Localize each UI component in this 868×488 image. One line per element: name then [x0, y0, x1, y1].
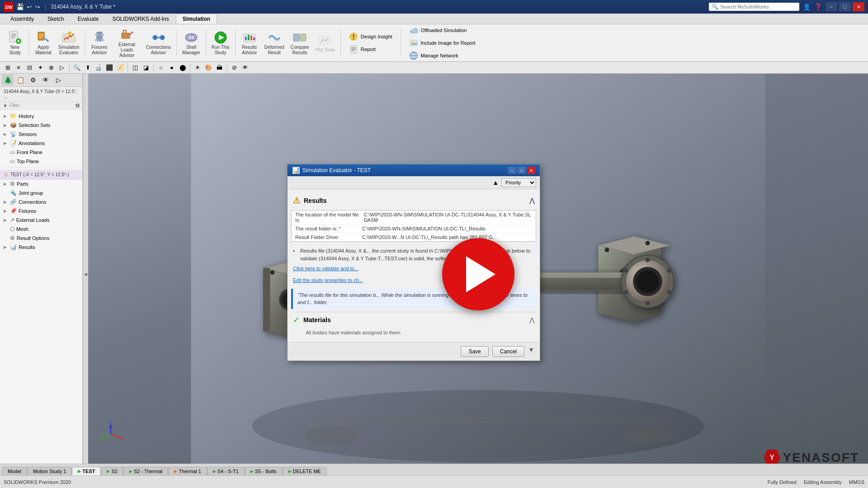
tab-test[interactable]: ▶ TEST	[72, 467, 101, 475]
run-this-study-button[interactable]: Run ThisStudy	[209, 28, 232, 57]
dialog-minimize-button[interactable]: −	[508, 167, 516, 174]
light-icon[interactable]: ☀	[193, 63, 203, 73]
save-button[interactable]: Save	[461, 346, 488, 357]
manage-network-button[interactable]: Manage Network	[407, 50, 477, 61]
plot-tools-button[interactable]: Plot Tools	[313, 31, 338, 55]
view-icon-2[interactable]: ≡	[14, 63, 24, 73]
svg-rect-24	[157, 37, 160, 38]
quick-undo-icon[interactable]: ↩	[27, 3, 32, 10]
tab-simulation[interactable]: Simulation	[176, 14, 217, 24]
view-icon-4[interactable]: ✦	[35, 63, 45, 73]
window-close-button[interactable]: ✕	[853, 2, 864, 11]
tab-delete-me[interactable]: ▶ DELETE ME	[283, 467, 327, 475]
render-icon-1[interactable]: ○	[156, 63, 166, 73]
scene-icon[interactable]: 🏔	[214, 63, 224, 73]
design-insight-button[interactable]: Design Insight	[347, 31, 394, 42]
help-icon[interactable]: ❓	[814, 3, 822, 10]
display-icon-1[interactable]: ◫	[130, 63, 140, 73]
tree-item-top-plane[interactable]: ▭ Top Plane	[0, 157, 82, 166]
tree-item-front-plane[interactable]: ▭ Front Plane	[0, 148, 82, 157]
user-icon[interactable]: 👤	[803, 3, 811, 10]
shell-manager-button[interactable]: ShellManager	[179, 28, 203, 57]
tree-item-mesh[interactable]: ⬡ Mesh	[0, 225, 82, 234]
hide-icon[interactable]: 👁	[240, 63, 250, 73]
manage-network-icon	[409, 51, 418, 60]
deformed-result-button[interactable]: DeformedResult	[262, 28, 287, 57]
search-input[interactable]	[720, 4, 793, 9]
results-advisor-button[interactable]: ResultsAdvisor	[238, 28, 261, 57]
materials-collapse-icon[interactable]: ⋀	[529, 316, 534, 324]
maximize-button[interactable]: □	[839, 2, 851, 11]
appear-icon[interactable]: 🎨	[203, 63, 213, 73]
search-icon[interactable]: 🔍	[72, 63, 82, 73]
fixtures-advisor-button[interactable]: FixturesAdvisor	[88, 28, 111, 57]
play-button[interactable]	[442, 238, 514, 310]
lp-tab-config[interactable]: ⚙	[27, 75, 39, 85]
tab-motion-study-1[interactable]: Motion Study 1	[27, 467, 72, 475]
tab-sketch[interactable]: Sketch	[41, 14, 71, 24]
tab-assembly[interactable]: Assembly	[4, 14, 41, 24]
tree-item-external-loads[interactable]: ▶ ↗ External Loads	[0, 216, 82, 225]
tab-model[interactable]: Model	[2, 467, 27, 475]
tab-model-label: Model	[8, 469, 21, 474]
tab-s5-bolts[interactable]: ▶ S5 - Bolts	[245, 467, 283, 475]
tree-item-parts[interactable]: ▶ ⚙ Parts	[0, 179, 82, 188]
offloaded-simulation-button[interactable]: Offloaded Simulation	[407, 25, 477, 36]
tab-test-icon: ▶	[78, 469, 81, 474]
external-loads-advisor-button[interactable]: External LoadsAdvisor	[112, 26, 142, 60]
tab-evaluate[interactable]: Evaluate	[71, 14, 106, 24]
view-icon-6[interactable]: ▷	[57, 63, 67, 73]
connections-advisor-button[interactable]: ConnectionsAdvisor	[143, 28, 174, 57]
tab-s2-thermal[interactable]: ▶ S2 - Thermal	[123, 467, 168, 475]
render-icon-3[interactable]: ⬤	[178, 63, 188, 73]
search-bar[interactable]: 🔍	[709, 3, 799, 11]
panel-collapse-button[interactable]: ◀	[83, 74, 88, 475]
orient-icon[interactable]: 🧭	[115, 63, 125, 73]
report-button[interactable]: Report	[347, 44, 394, 55]
new-study-button[interactable]: NewStudy	[4, 28, 26, 57]
priority-select[interactable]: Priority All Errors Warnings	[501, 178, 536, 187]
yenasoft-text: YENASOFT	[783, 450, 859, 465]
dialog-maximize-button[interactable]: □	[518, 167, 526, 174]
tree-item-fixtures[interactable]: ▶ 📌 Fixtures	[0, 206, 82, 216]
pointer-icon[interactable]: ⬆	[83, 63, 93, 73]
simulation-evaluator-button[interactable]: ! SimulationEvaluator	[56, 28, 82, 57]
tree-item-connections[interactable]: ▶ 🔗 Connections	[0, 197, 82, 206]
quick-redo-icon[interactable]: ↪	[35, 3, 40, 10]
lp-tab-display[interactable]: 👁	[40, 75, 52, 85]
edit-study-link[interactable]: Edit the study properties to ch...	[293, 277, 363, 283]
section-icon[interactable]: ⊘	[229, 63, 239, 73]
render-icon-2[interactable]: ●	[167, 63, 177, 73]
tab-s2[interactable]: ▶ S2	[101, 467, 123, 475]
view-icon-3[interactable]: ⊟	[24, 63, 34, 73]
scroll-down-icon[interactable]: ▼	[528, 346, 534, 357]
view-icon-5[interactable]: ⊕	[46, 63, 56, 73]
quick-save-icon[interactable]: 💾	[16, 3, 24, 10]
tree-item-joint-group[interactable]: 🔩 Joint group	[0, 188, 82, 197]
tree-item-history[interactable]: ▶ 📁 History	[0, 112, 82, 121]
tree-item-results[interactable]: ▶ 📊 Results	[0, 243, 82, 252]
tree-item-selection-sets[interactable]: ▶ 📦 Selection Sets	[0, 121, 82, 130]
lp-tab-nav[interactable]: ▷	[52, 75, 64, 85]
selection-icon[interactable]: ⬛	[104, 63, 114, 73]
tab-thermal-1[interactable]: ▶ Thermal 1	[168, 467, 207, 475]
cancel-button[interactable]: Cancel	[492, 346, 524, 357]
include-image-button[interactable]: Include Image for Report	[407, 38, 477, 48]
scroll-up-icon[interactable]: ▲	[492, 179, 499, 186]
tab-s4-s-t1[interactable]: ▶ S4 - S-T1	[207, 467, 245, 475]
display-icon-2[interactable]: ◪	[141, 63, 151, 73]
tab-solidworks-addins[interactable]: SOLIDWORKS Add-Ins	[105, 14, 175, 24]
compare-results-button[interactable]: CompareResults	[288, 28, 312, 57]
dialog-close-button[interactable]: ✕	[527, 167, 535, 174]
apply-material-button[interactable]: ApplyMaterial	[32, 28, 55, 57]
results-collapse-icon[interactable]: ⋀	[529, 197, 534, 204]
tree-item-result-options[interactable]: ⚙ Result Options	[0, 234, 82, 243]
lp-tab-tree[interactable]: 🌲	[2, 75, 14, 85]
collapse-all-icon[interactable]: ⊟	[75, 103, 80, 108]
lp-tab-property[interactable]: 📋	[14, 75, 26, 85]
tree-item-annotations[interactable]: ▶ 📝 Annotations	[0, 139, 82, 148]
minimize-button[interactable]: −	[826, 2, 837, 11]
magnify-icon[interactable]: 🔬	[94, 63, 104, 73]
view-icon-1[interactable]: ⊞	[3, 63, 13, 73]
tree-item-sensors[interactable]: ▶ 📡 Sensors	[0, 130, 82, 139]
